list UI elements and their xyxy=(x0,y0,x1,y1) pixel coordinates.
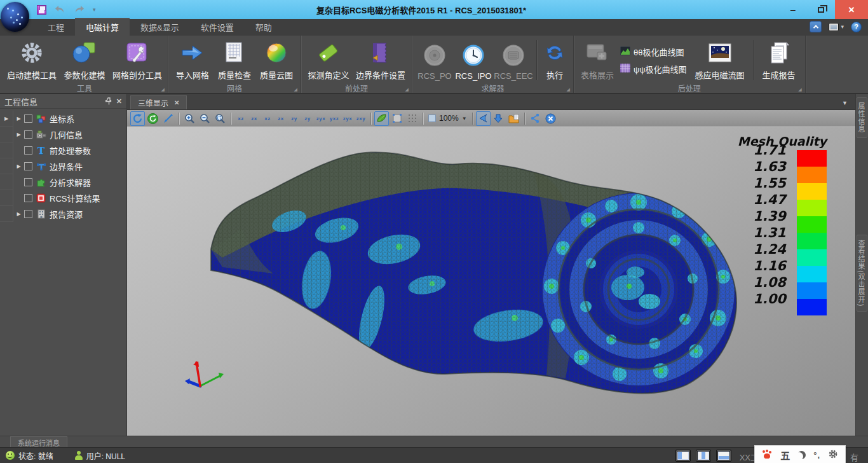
quality-check-button[interactable]: 质量检查 xyxy=(214,38,255,83)
group-expand-icon[interactable]: ◢ xyxy=(161,87,165,92)
mesh-partition-tool-button[interactable]: 网格剖分工具 xyxy=(110,38,165,83)
view-zy-button[interactable]: zy xyxy=(288,111,301,126)
expand-arrow-icon[interactable]: ▶ xyxy=(13,132,24,137)
app-logo-icon[interactable] xyxy=(1,2,29,32)
legend-value: 1.00 xyxy=(753,291,786,307)
view-iso1-button[interactable]: zyx xyxy=(315,111,327,126)
tab-help[interactable]: 帮助 xyxy=(245,18,283,36)
parametric-modeling-button[interactable]: 参数化建模 xyxy=(59,38,110,83)
view-results-tab[interactable]: 查看结果(双击展开) xyxy=(857,235,867,312)
tree-checkbox[interactable] xyxy=(24,178,32,186)
tree-checkbox[interactable] xyxy=(24,146,32,155)
tab-3d-display[interactable]: 三维显示 ✕ xyxy=(130,95,187,109)
ime-punctuation-toggle[interactable]: °, xyxy=(813,450,820,460)
tab-software-settings[interactable]: 软件设置 xyxy=(190,18,245,36)
view-zx-button[interactable]: zx xyxy=(248,111,261,126)
layout-left-panel-button[interactable] xyxy=(675,450,691,462)
tree-checkbox[interactable] xyxy=(24,130,32,139)
view-zx-back-button[interactable]: zx xyxy=(275,111,287,126)
tree-checkbox[interactable] xyxy=(24,210,32,218)
view-iso2-button[interactable]: yxz xyxy=(328,111,341,126)
pin-icon[interactable] xyxy=(105,97,112,105)
tree-item-geometry-info[interactable]: ▶ 几何信息 xyxy=(0,127,126,142)
ime-wubi-mode[interactable]: 五 xyxy=(780,448,790,462)
ime-settings-gear-icon[interactable] xyxy=(828,449,838,461)
quick-access-dropdown-icon[interactable]: ▾ xyxy=(93,6,96,13)
refresh-view-button[interactable] xyxy=(146,111,160,126)
projection-button[interactable] xyxy=(476,111,491,126)
generate-report-button[interactable]: 生成报告 xyxy=(756,38,802,83)
expand-arrow-icon[interactable]: ▶ xyxy=(13,163,24,169)
detect-angle-button[interactable]: 探测角定义 xyxy=(304,38,353,83)
psi-polarization-curve-button[interactable]: ψψ极化曲线图 xyxy=(620,63,687,75)
induced-em-current-button[interactable]: 感应电磁流图 xyxy=(689,38,750,83)
wireframe-button[interactable] xyxy=(405,111,419,126)
ime-halfwidth-moon-icon[interactable] xyxy=(797,451,806,459)
tab-list-dropdown-icon[interactable]: ▼ xyxy=(842,100,848,106)
gutter-arrow-icon[interactable]: ▶ xyxy=(4,116,8,121)
boundary-condition-button[interactable]: 边界条件设置 xyxy=(353,38,409,83)
pan-arrow-button[interactable] xyxy=(161,111,175,126)
close-view-button[interactable] xyxy=(543,111,558,126)
view-zy-back-button[interactable]: zy xyxy=(301,111,314,126)
tree-item-coordinate-system[interactable]: ▶ ▶ 坐标系 xyxy=(0,111,126,127)
display-style-button[interactable]: ▾ xyxy=(829,23,844,31)
expand-arrow-icon[interactable]: ▶ xyxy=(13,211,24,217)
tree-checkbox[interactable] xyxy=(24,162,32,170)
quality-cloud-button[interactable]: 质量云图 xyxy=(255,38,297,83)
tree-checkbox[interactable] xyxy=(24,114,32,123)
zoom-out-button[interactable] xyxy=(198,111,212,126)
view-iso4-button[interactable]: zxy xyxy=(355,111,367,126)
scene-folder-button[interactable] xyxy=(506,111,521,126)
save-icon[interactable] xyxy=(37,5,46,15)
panel-close-icon[interactable]: ✕ xyxy=(116,97,122,106)
tree-item-rcs-results[interactable]: RCS计算结果 xyxy=(0,190,126,206)
ribbon-group-label: 前处理 xyxy=(345,83,368,93)
close-button[interactable]: ✕ xyxy=(835,0,868,19)
collapse-ribbon-button[interactable] xyxy=(810,21,822,32)
ime-paw-icon[interactable] xyxy=(762,450,773,460)
undo-icon[interactable] xyxy=(55,5,65,14)
shaded-leaf-button[interactable] xyxy=(374,111,389,126)
theta-polarization-curve-button[interactable]: θθ极化曲线图 xyxy=(620,46,687,58)
zoom-level-select[interactable]: 100% ▼ xyxy=(426,114,469,123)
group-expand-icon[interactable]: ◢ xyxy=(405,87,409,92)
group-expand-icon[interactable]: ◢ xyxy=(294,87,297,92)
minimize-button[interactable]: – xyxy=(779,0,807,19)
execute-button[interactable]: 执行 xyxy=(539,38,570,83)
restore-button[interactable] xyxy=(807,0,835,19)
zoom-in-button[interactable] xyxy=(182,111,197,126)
tree-item-report-resources[interactable]: ▶ 报告资源 xyxy=(0,206,126,222)
button-label: 网格剖分工具 xyxy=(112,69,162,81)
layout-center-panel-button[interactable] xyxy=(696,450,711,462)
tab-data-display[interactable]: 数据&显示 xyxy=(130,18,190,36)
view-iso3-button[interactable]: zyx xyxy=(341,111,354,126)
redo-icon[interactable] xyxy=(74,5,85,14)
tree-checkbox[interactable] xyxy=(24,194,32,202)
import-mesh-button[interactable]: 导入网格 xyxy=(172,38,214,83)
group-expand-icon[interactable]: ◢ xyxy=(798,87,801,92)
zoom-window-button[interactable] xyxy=(213,111,227,126)
legend-value: 1.55 xyxy=(753,176,786,191)
help-button[interactable]: ? xyxy=(851,22,862,32)
orbit-rotate-button[interactable] xyxy=(130,111,145,126)
view-xz-button[interactable]: xz xyxy=(234,111,247,126)
property-info-tab[interactable]: 属性信息 xyxy=(857,97,867,138)
tree-item-analysis-solver[interactable]: 分析求解器 xyxy=(0,174,126,190)
tab-em-computation[interactable]: 电磁计算 xyxy=(75,18,130,36)
tree-item-boundary-conditions[interactable]: ▶ 边界条件 xyxy=(0,158,126,174)
launch-modeling-tool-button[interactable]: 启动建模工具 xyxy=(4,38,59,83)
rcs-ipo-button[interactable]: RCS_IPO xyxy=(454,38,493,83)
group-expand-icon[interactable]: ◢ xyxy=(567,87,570,92)
share-link-button[interactable] xyxy=(528,111,543,126)
flat-shade-button[interactable] xyxy=(390,111,404,126)
import-view-button[interactable] xyxy=(491,111,506,126)
layout-bottom-panel-button[interactable] xyxy=(716,450,731,462)
system-messages-tab[interactable]: 系统运行消息 xyxy=(10,436,67,447)
viewport-3d-canvas[interactable]: Mesh Quality 1.71 1.63 1.55 1.47 1.39 1.… xyxy=(127,127,855,436)
tree-item-preprocess-params[interactable]: T 前处理参数 xyxy=(0,142,126,158)
tab-close-icon[interactable]: ✕ xyxy=(174,99,179,106)
expand-arrow-icon[interactable]: ▶ xyxy=(13,116,24,121)
tab-project[interactable]: 工程 xyxy=(37,18,75,36)
view-xz-back-button[interactable]: xz xyxy=(261,111,274,126)
